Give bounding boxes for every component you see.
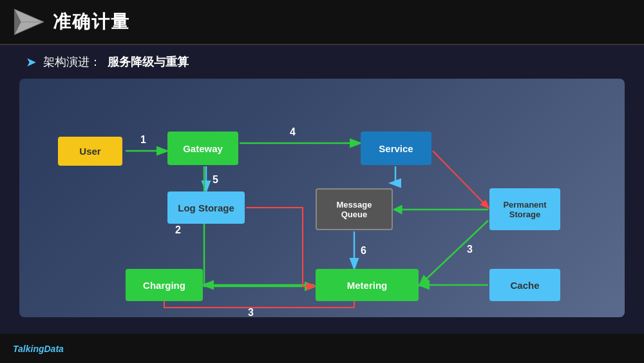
label-5: 5 <box>213 174 218 185</box>
brand-name: TalkingData <box>13 344 64 354</box>
node-user: User <box>58 137 122 166</box>
node-permanent-storage: PermanentStorage <box>489 188 560 230</box>
svg-line-6 <box>433 151 488 208</box>
header: 准确计量 <box>0 0 644 45</box>
svg-line-8 <box>420 221 488 285</box>
subtitle-text-bold: 服务降级与重算 <box>108 54 189 70</box>
node-charging: Charging <box>126 269 203 301</box>
page-title: 准确计量 <box>53 10 130 34</box>
label-6: 6 <box>361 245 366 256</box>
node-service: Service <box>361 132 431 165</box>
message-queue-label: MessageQueue <box>337 200 372 219</box>
footer: TalkingData <box>0 334 644 363</box>
paper-plane-icon <box>13 8 45 37</box>
permanent-storage-label: PermanentStorage <box>503 200 546 219</box>
subtitle-arrow-icon: ➤ <box>26 54 37 70</box>
diagram-container: 1 4 5 6 2 3 3 User <box>19 79 625 317</box>
subtitle: ➤ 架构演进：服务降级与重算 <box>26 54 618 70</box>
label-3a: 3 <box>467 244 473 255</box>
label-2: 2 <box>175 224 181 235</box>
node-message-queue: MessageQueue <box>316 188 393 230</box>
node-cache: Cache <box>489 269 560 301</box>
label-4: 4 <box>290 126 296 137</box>
node-log-storage: Log Storage <box>167 191 245 224</box>
label-3b: 3 <box>248 307 254 317</box>
subtitle-text-normal: 架构演进： <box>43 54 101 70</box>
node-gateway: Gateway <box>167 132 238 165</box>
label-1: 1 <box>140 134 146 145</box>
node-metering: Metering <box>316 269 419 301</box>
subtitle-area: ➤ 架构演进：服务降级与重算 <box>0 45 644 79</box>
